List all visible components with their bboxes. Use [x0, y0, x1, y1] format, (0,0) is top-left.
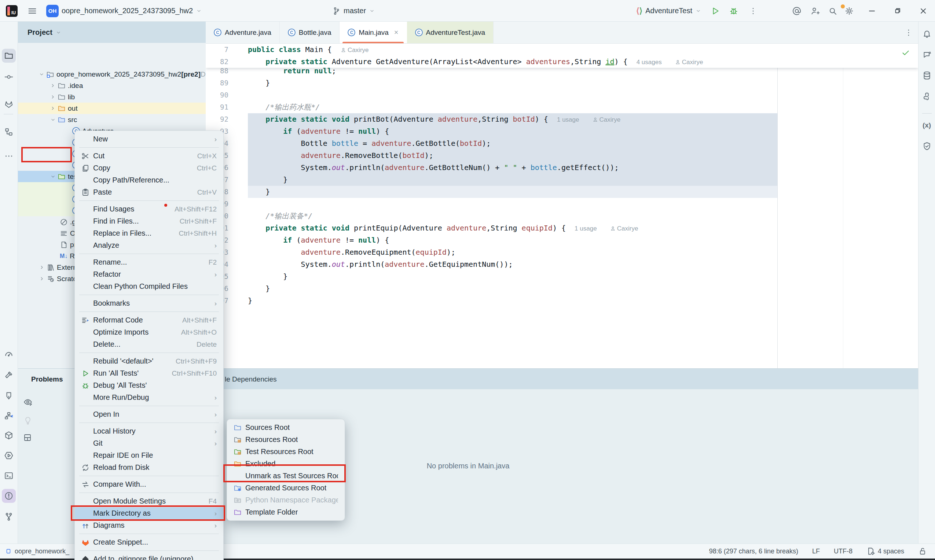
commit-icon[interactable]: [2, 70, 16, 84]
build-hammer-icon[interactable]: [2, 368, 16, 382]
shield-check-icon[interactable]: [920, 139, 934, 153]
menu-item-mark-directory-as[interactable]: Mark Directory as›: [75, 507, 223, 519]
quickfix-bulb-icon[interactable]: [23, 415, 32, 425]
menu-item-excluded[interactable]: Excluded: [227, 458, 345, 470]
menu-item-compare-with[interactable]: Compare With...: [75, 478, 223, 490]
notifications-bell-icon[interactable]: [920, 27, 934, 41]
remote-icon[interactable]: [2, 409, 16, 423]
menu-item-analyze[interactable]: Analyze›: [75, 239, 223, 251]
indent-widget[interactable]: 4 spaces: [866, 547, 904, 555]
inspections-ok-check-icon[interactable]: [901, 48, 910, 57]
run-configuration-widget[interactable]: ⟨⟩ AdventureTest: [636, 0, 701, 22]
menu-item-open-in[interactable]: Open In›: [75, 408, 223, 420]
services-icon[interactable]: [2, 428, 16, 442]
more-horizontal-icon[interactable]: [2, 149, 16, 163]
problems-icon[interactable]: [2, 489, 16, 503]
menu-item-reformat-code[interactable]: Reformat CodeAlt+Shift+F: [75, 314, 223, 326]
tree-item-lib[interactable]: lib: [18, 91, 206, 103]
tree-item-src[interactable]: src: [18, 114, 206, 125]
editor-tab-main-java[interactable]: CMain.java×: [339, 22, 407, 43]
close-button[interactable]: [912, 0, 934, 22]
menu-item-rebuild-default[interactable]: Rebuild '<default>'Ctrl+Shift+F9: [75, 355, 223, 367]
tree-item-out[interactable]: out: [18, 103, 206, 114]
project-widget[interactable]: OH oopre_homework_2025_24373095_hw2: [46, 0, 202, 22]
chevron-right-icon[interactable]: [39, 275, 45, 282]
close-tab-icon[interactable]: ×: [394, 28, 399, 37]
editor-tab-adventure-java[interactable]: CAdventure.java: [206, 22, 280, 43]
menu-item-paste[interactable]: PasteCtrl+V: [75, 186, 223, 198]
chevron-down-icon[interactable]: [39, 71, 45, 77]
menu-item-template-folder[interactable]: Template Folder: [227, 506, 345, 518]
chevron-down-icon[interactable]: [49, 117, 56, 123]
menu-item-resources-root[interactable]: Resources Root: [227, 434, 345, 446]
menu-item-clean-python-compiled-files[interactable]: Clean Python Compiled Files: [75, 280, 223, 292]
pen-icon[interactable]: [2, 389, 16, 403]
menu-item-unmark-as-test-sources-root[interactable]: Unmark as Test Sources Root: [227, 470, 345, 482]
maximize-button[interactable]: [887, 0, 909, 22]
status-project-widget[interactable]: oopre_homework_: [5, 548, 69, 555]
run-anything-icon[interactable]: [2, 449, 16, 463]
search-everywhere-icon[interactable]: [828, 0, 838, 22]
line-ending-widget[interactable]: LF: [812, 548, 820, 555]
editor-tab-adventuretest-java[interactable]: CAdventureTest.java: [407, 22, 494, 43]
vcs-branch-widget[interactable]: master: [332, 0, 375, 22]
chevron-right-icon[interactable]: [39, 264, 45, 271]
menu-item-reload-from-disk[interactable]: Reload from Disk: [75, 462, 223, 474]
variables-icon[interactable]: (x): [920, 118, 934, 132]
git-branch-icon[interactable]: [2, 510, 16, 524]
menu-item-optimize-imports[interactable]: Optimize ImportsAlt+Shift+O: [75, 326, 223, 338]
menu-item-replace-in-files[interactable]: Replace in Files...Ctrl+Shift+H: [75, 227, 223, 239]
project-folder-icon[interactable]: [2, 49, 16, 63]
menu-item-open-module-settings[interactable]: Open Module SettingsF4: [75, 495, 223, 507]
menu-item-more-run-debug[interactable]: More Run/Debug›: [75, 391, 223, 403]
add-user-icon[interactable]: [810, 0, 820, 22]
menu-item-rename[interactable]: Rename...F2: [75, 256, 223, 268]
chevron-right-icon[interactable]: [49, 105, 56, 111]
menu-item-copy-path-reference[interactable]: Copy Path/Reference...: [75, 174, 223, 186]
run-button[interactable]: [711, 0, 720, 22]
menu-item-debug-all-tests[interactable]: Debug 'All Tests': [75, 379, 223, 391]
menu-item-run-all-tests[interactable]: Run 'All Tests'Ctrl+Shift+F10: [75, 367, 223, 379]
tab-list-more-icon[interactable]: [904, 22, 918, 43]
debug-button[interactable]: [729, 0, 738, 22]
python-icon[interactable]: [920, 89, 934, 103]
tree-item-oopre-homework-2025-24373095-hw2[interactable]: oopre_homework_2025_24373095_hw2 [pre2] …: [18, 69, 206, 80]
code-editor[interactable]: 88 return null;89 }9091 /*输出药水瓶*/92 priv…: [206, 44, 918, 368]
settings-gear-icon[interactable]: [844, 0, 854, 22]
structure-icon[interactable]: [2, 125, 16, 139]
chevron-right-icon[interactable]: [49, 94, 56, 100]
menu-item-copy[interactable]: CopyCtrl+C: [75, 162, 223, 174]
caret-position-widget[interactable]: 98:6 (297 chars, 6 line breaks): [709, 548, 798, 555]
tab-problems[interactable]: Problems: [18, 369, 76, 389]
tab-module-dependencies-clipped[interactable]: le Dependencies: [225, 369, 277, 389]
minimize-button[interactable]: [861, 0, 883, 22]
at-mentions-icon[interactable]: [792, 0, 801, 22]
editor-tab-bottle-java[interactable]: CBottle.java: [280, 22, 340, 43]
menu-item-local-history[interactable]: Local History›: [75, 425, 223, 437]
database-icon[interactable]: [920, 69, 934, 83]
more-actions-icon[interactable]: [749, 0, 758, 22]
menu-item-diagrams[interactable]: Diagrams›: [75, 519, 223, 531]
menu-item-sources-root[interactable]: Sources Root: [227, 422, 345, 434]
gitlab-icon[interactable]: [2, 97, 16, 111]
menu-item-find-usages[interactable]: Find UsagesAlt+Shift+F12: [75, 203, 223, 215]
menu-item-generated-sources-root[interactable]: Generated Sources Root: [227, 482, 345, 494]
terminal-icon[interactable]: [2, 469, 16, 483]
menu-item-find-in-files[interactable]: Find in Files...Ctrl+Shift+F: [75, 215, 223, 227]
menu-item-add-to-gitignore-file-unignore[interactable]: Add to .gitignore file (unignore): [75, 553, 223, 560]
menu-item-refactor[interactable]: Refactor›: [75, 268, 223, 280]
encoding-widget[interactable]: UTF-8: [834, 548, 852, 555]
chevron-right-icon[interactable]: [49, 83, 56, 89]
menu-item-delete[interactable]: Delete...Delete: [75, 338, 223, 350]
lock-open-icon[interactable]: [918, 547, 927, 555]
menu-item-repair-ide-on-file[interactable]: Repair IDE on File: [75, 449, 223, 462]
menu-item-test-resources-root[interactable]: Test Resources Root: [227, 446, 345, 458]
ai-assistant-icon[interactable]: [920, 48, 934, 62]
menu-item-new[interactable]: New›: [75, 133, 223, 145]
tree-item-idea[interactable]: .idea: [18, 80, 206, 91]
chevron-down-icon[interactable]: [49, 173, 56, 180]
layout-grid-icon[interactable]: [23, 433, 32, 442]
menu-item-git[interactable]: Git›: [75, 437, 223, 449]
menu-item-create-snippet[interactable]: Create Snippet...: [75, 536, 223, 548]
menu-item-bookmarks[interactable]: Bookmarks›: [75, 297, 223, 309]
